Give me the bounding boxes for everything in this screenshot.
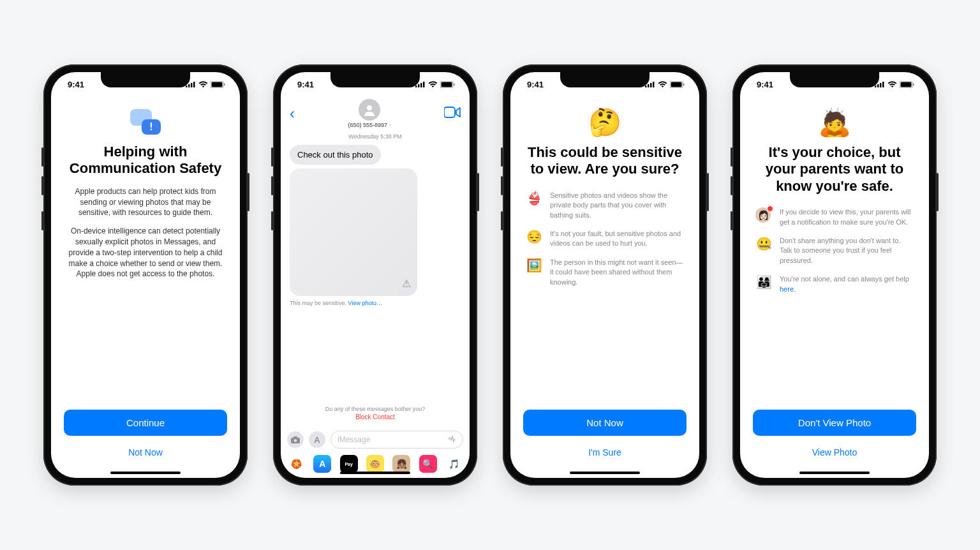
message-input[interactable]: iMessage bbox=[330, 431, 463, 449]
onboarding-content: ! Helping with Communication Safety Appl… bbox=[51, 96, 240, 478]
svg-rect-28 bbox=[880, 83, 882, 87]
svg-rect-0 bbox=[186, 85, 188, 87]
sad-emoji-icon: 😔 bbox=[526, 229, 542, 244]
svg-rect-17 bbox=[293, 436, 297, 438]
message-timestamp: Wednesday 5:38 PM bbox=[290, 133, 461, 140]
wifi-icon bbox=[198, 81, 208, 88]
camera-button[interactable] bbox=[287, 431, 304, 448]
status-icons bbox=[415, 81, 456, 88]
svg-rect-31 bbox=[901, 82, 912, 87]
battery-icon bbox=[670, 81, 685, 88]
parent-notify-content: 🙇 It's your choice, but your parents wan… bbox=[740, 96, 929, 478]
help-link[interactable]: here bbox=[780, 285, 794, 293]
svg-rect-2 bbox=[191, 83, 193, 87]
sensitive-caption: This may be sensitive. View photo… bbox=[290, 300, 461, 306]
not-now-button[interactable]: Not Now bbox=[64, 442, 227, 463]
bullet-item: 😔 It's not your fault, but sensitive pho… bbox=[526, 229, 684, 249]
svg-point-14 bbox=[367, 105, 372, 110]
app-store-button[interactable]: A bbox=[309, 431, 325, 448]
not-now-button[interactable]: Not Now bbox=[523, 410, 687, 436]
bowing-emoji-icon: 🙇 bbox=[753, 107, 916, 138]
svg-rect-9 bbox=[420, 83, 422, 87]
home-indicator[interactable] bbox=[110, 472, 181, 474]
im-sure-button[interactable]: I'm Sure bbox=[523, 442, 687, 463]
thinking-emoji-icon: 🤔 bbox=[523, 107, 687, 138]
svg-rect-5 bbox=[212, 82, 223, 87]
continue-button[interactable]: Continue bbox=[64, 410, 227, 436]
bullet-text: Don't share anything you don't want to. … bbox=[780, 236, 914, 265]
phone-frame-1: 9:41 ! Helping with Communication Safety… bbox=[43, 64, 248, 486]
dont-view-button[interactable]: Don't View Photo bbox=[753, 410, 916, 436]
messages-header: ‹ (650) 555-8997 › bbox=[281, 96, 470, 131]
bullet-item: 🤐 Don't share anything you don't want to… bbox=[755, 236, 914, 265]
back-button[interactable]: ‹ bbox=[290, 105, 295, 123]
screen-2: 9:41 ‹ (650) 555-8997 › Wednesday 5:38 P… bbox=[281, 72, 470, 478]
svg-rect-6 bbox=[224, 83, 225, 85]
status-time: 9:41 bbox=[297, 80, 314, 89]
phone-frame-2: 9:41 ‹ (650) 555-8997 › Wednesday 5:38 P… bbox=[273, 64, 477, 486]
zipper-mouth-emoji-icon: 🤐 bbox=[755, 236, 772, 251]
page-title: This could be sensitive to view. Are you… bbox=[523, 144, 687, 178]
svg-point-18 bbox=[294, 439, 297, 442]
contact-phone: (650) 555-8997 bbox=[348, 122, 387, 128]
search-app-icon[interactable]: 🔍 bbox=[419, 455, 437, 473]
bullet-item: 👩🏻 If you decide to view this, your pare… bbox=[755, 207, 914, 227]
wifi-icon bbox=[658, 81, 667, 88]
bullet-text: If you decide to view this, your parents… bbox=[780, 207, 914, 227]
block-contact-button[interactable]: Block Contact bbox=[290, 413, 461, 420]
wifi-icon bbox=[428, 81, 438, 88]
message-thread[interactable]: Wednesday 5:38 PM Check out this photo ⚠… bbox=[281, 131, 470, 427]
bullet-list: 👩🏻 If you decide to view this, your pare… bbox=[753, 207, 916, 294]
bullet-text: Sensitive photos and videos show the pri… bbox=[550, 191, 684, 220]
svg-rect-19 bbox=[645, 85, 647, 87]
phone-frame-4: 9:41 🙇 It's your choice, but your parent… bbox=[732, 64, 937, 486]
bother-prompt: Do any of these messages bother you? bbox=[290, 406, 461, 412]
message-placeholder: iMessage bbox=[338, 435, 370, 444]
svg-rect-13 bbox=[454, 83, 455, 85]
status-icons bbox=[645, 81, 685, 88]
svg-rect-3 bbox=[193, 82, 195, 87]
bullet-text: It's not your fault, but sensitive photo… bbox=[550, 229, 684, 249]
contact-info[interactable]: (650) 555-8997 › bbox=[348, 99, 390, 128]
home-indicator[interactable] bbox=[340, 472, 410, 474]
applepay-app-icon[interactable]: Pay bbox=[340, 455, 358, 473]
appstore-app-icon[interactable]: A bbox=[313, 455, 331, 473]
communication-safety-icon: ! bbox=[130, 109, 161, 135]
svg-rect-32 bbox=[913, 83, 914, 85]
battery-icon bbox=[440, 81, 456, 88]
blurred-photo[interactable]: ⚠︎ bbox=[290, 168, 417, 296]
bullet-item: 👙 Sensitive photos and videos show the p… bbox=[526, 191, 684, 220]
svg-rect-10 bbox=[423, 82, 425, 87]
photos-app-icon[interactable]: 🏵️ bbox=[287, 455, 305, 473]
battery-icon bbox=[900, 81, 915, 88]
svg-rect-1 bbox=[188, 84, 190, 87]
notch bbox=[560, 72, 650, 87]
svg-rect-29 bbox=[882, 82, 884, 87]
svg-rect-20 bbox=[648, 84, 650, 87]
bullet-list: 👙 Sensitive photos and videos show the p… bbox=[523, 191, 687, 287]
music-app-icon[interactable]: 🎵 bbox=[445, 455, 463, 473]
memoji-app-icon[interactable]: 🐵 bbox=[366, 455, 384, 473]
svg-rect-26 bbox=[875, 85, 877, 87]
memoji2-app-icon[interactable]: 👧🏽 bbox=[392, 455, 410, 473]
contact-avatar bbox=[359, 99, 380, 121]
notch bbox=[790, 72, 879, 87]
svg-rect-12 bbox=[442, 82, 452, 87]
notch bbox=[330, 72, 420, 87]
bikini-emoji-icon: 👙 bbox=[526, 191, 542, 206]
home-indicator[interactable] bbox=[799, 472, 870, 474]
intro-paragraph-1: Apple products can help protect kids fro… bbox=[64, 186, 227, 218]
warning-icon: ⚠︎ bbox=[402, 278, 411, 290]
view-photo-link[interactable]: View photo… bbox=[348, 300, 382, 306]
svg-rect-21 bbox=[650, 83, 652, 87]
app-strip[interactable]: 🏵️ A Pay 🐵 👧🏽 🔍 🎵 bbox=[281, 452, 470, 478]
phone-frame-3: 9:41 🤔 This could be sensitive to view. … bbox=[503, 64, 707, 486]
home-indicator[interactable] bbox=[570, 472, 640, 474]
voice-record-icon[interactable] bbox=[447, 435, 456, 445]
view-photo-button[interactable]: View Photo bbox=[753, 442, 916, 463]
screen-4: 9:41 🙇 It's your choice, but your parent… bbox=[740, 72, 929, 478]
incoming-message[interactable]: Check out this photo bbox=[290, 145, 381, 165]
notification-badge-icon bbox=[767, 205, 773, 212]
page-title: It's your choice, but your parents want … bbox=[753, 144, 916, 195]
facetime-button[interactable] bbox=[444, 107, 461, 121]
